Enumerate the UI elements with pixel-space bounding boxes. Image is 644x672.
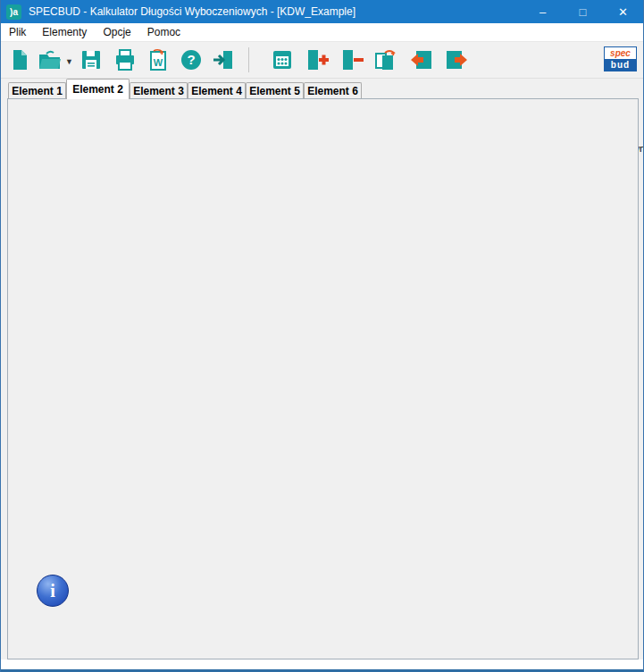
title-bar: )a SPECBUD - Kalkulator Długości Wybocze… — [1, 0, 643, 23]
move-element-right-button[interactable] — [443, 46, 470, 74]
logo-top-text: spec — [605, 47, 636, 59]
print-button[interactable] — [112, 46, 138, 74]
remove-element-button[interactable] — [339, 46, 365, 74]
specbud-logo: spec bud — [604, 46, 637, 71]
new-file-icon — [8, 48, 31, 71]
move-right-icon — [444, 48, 469, 71]
svg-text:?: ? — [187, 52, 195, 67]
add-element-icon — [305, 48, 330, 71]
toolbar-separator — [248, 47, 249, 72]
menu-pomoc[interactable]: Pomoc — [139, 26, 188, 38]
logo-bottom-text: bud — [605, 59, 636, 71]
menu-bar: Plik Elementy Opcje Pomoc — [1, 23, 643, 42]
tab-content-panel — [7, 98, 639, 659]
open-file-button[interactable] — [37, 46, 63, 74]
exit-door-icon — [211, 48, 236, 71]
application-window: )a SPECBUD - Kalkulator Długości Wybocze… — [0, 0, 644, 672]
copy-element-button[interactable] — [372, 46, 399, 74]
move-element-left-button[interactable] — [408, 46, 435, 74]
minimize-button[interactable]: – — [523, 0, 563, 23]
elements-table-icon — [271, 48, 294, 71]
svg-text:W: W — [154, 57, 163, 68]
new-file-button[interactable] — [6, 46, 33, 74]
menu-opcje[interactable]: Opcje — [95, 26, 138, 38]
info-icon: i — [37, 575, 69, 607]
save-icon — [79, 48, 103, 71]
open-folder-icon — [38, 48, 63, 71]
toolbar: ▼ W ? — [1, 42, 643, 79]
exit-button[interactable] — [210, 46, 237, 74]
window-title: SPECBUD - Kalkulator Długości Wyboczenio… — [29, 5, 355, 18]
maximize-button[interactable]: □ — [563, 0, 603, 23]
save-button[interactable] — [78, 46, 105, 74]
status-strip — [1, 659, 643, 669]
copy-element-icon — [373, 48, 398, 71]
move-left-icon — [409, 48, 434, 71]
tab-element-1[interactable]: Element 1 — [8, 82, 66, 99]
print-icon — [113, 48, 137, 71]
tab-element-3[interactable]: Element 3 — [130, 82, 188, 99]
tab-element-2[interactable]: Element 2 — [66, 79, 130, 99]
app-icon[interactable]: )a — [6, 4, 21, 20]
help-button[interactable]: ? — [178, 46, 205, 74]
tab-element-4[interactable]: Element 4 — [188, 82, 246, 99]
menu-plik[interactable]: Plik — [1, 26, 34, 38]
word-document-icon: W — [146, 48, 170, 71]
remove-element-icon — [339, 48, 364, 71]
menu-elementy[interactable]: Elementy — [34, 26, 95, 38]
open-dropdown-caret[interactable]: ▼ — [65, 57, 73, 66]
help-icon: ? — [180, 48, 203, 71]
export-word-button[interactable]: W — [145, 46, 171, 74]
tab-element-5[interactable]: Element 5 — [246, 82, 304, 99]
tab-element-6[interactable]: Element 6 — [304, 82, 362, 99]
add-element-button[interactable] — [304, 46, 330, 74]
elements-table-button[interactable] — [269, 46, 296, 74]
close-button[interactable]: ✕ — [603, 0, 643, 23]
